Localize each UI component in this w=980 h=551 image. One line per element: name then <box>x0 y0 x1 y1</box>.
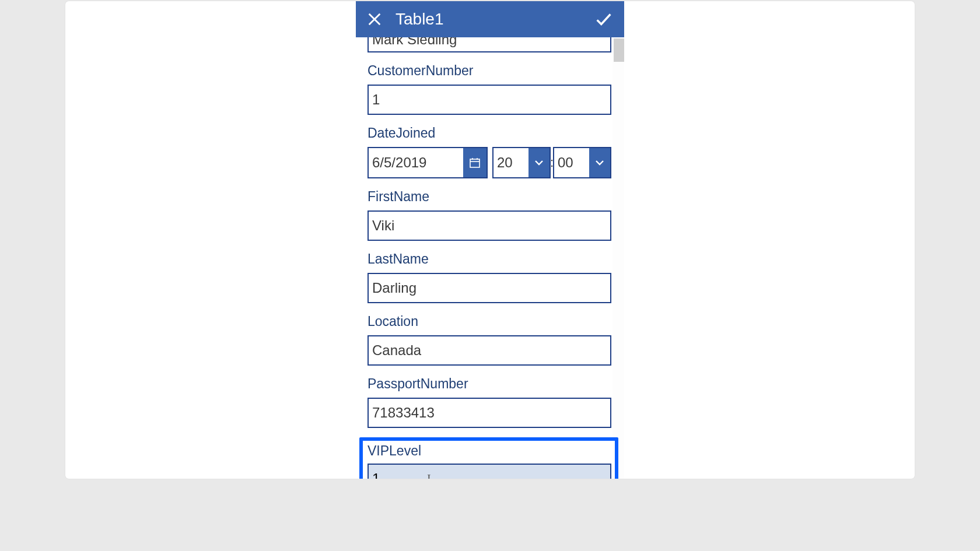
date-value: 6/5/2019 <box>369 148 463 177</box>
minute-value: 00 <box>554 148 589 177</box>
passport-number-label: PassportNumber <box>368 376 612 392</box>
first-name-input[interactable] <box>368 210 611 241</box>
hour-value: 20 <box>494 148 528 177</box>
close-button[interactable] <box>366 11 383 27</box>
stage: Table1 CustomerNumber <box>65 1 915 479</box>
minute-dropdown-button[interactable] <box>589 148 610 177</box>
customer-number-label: CustomerNumber <box>368 63 612 79</box>
last-name-label: LastName <box>368 251 612 267</box>
close-icon <box>366 11 383 27</box>
form-body: CustomerNumber DateJoined 6/5/2019 <box>356 37 624 479</box>
svg-rect-2 <box>470 159 480 167</box>
form: CustomerNumber DateJoined 6/5/2019 <box>356 37 624 479</box>
date-picker-button[interactable] <box>463 148 487 177</box>
hour-picker[interactable]: 20 <box>492 147 551 178</box>
first-name-field[interactable] <box>372 217 607 234</box>
top-cut-field[interactable] <box>372 37 607 48</box>
check-icon <box>594 9 614 29</box>
vip-level-input[interactable]: I <box>368 464 611 479</box>
hour-dropdown-button[interactable] <box>528 148 550 177</box>
top-cut-input[interactable] <box>368 37 611 52</box>
customer-number-field[interactable] <box>372 92 607 108</box>
title-bar: Table1 <box>356 1 624 37</box>
form-screen: Table1 CustomerNumber <box>356 1 624 479</box>
location-label: Location <box>368 314 612 329</box>
first-name-label: FirstName <box>368 189 612 205</box>
last-name-input[interactable] <box>368 273 611 303</box>
chevron-down-icon <box>533 157 545 169</box>
date-picker[interactable]: 6/5/2019 <box>368 147 488 178</box>
location-field[interactable] <box>372 342 607 359</box>
passport-number-field[interactable] <box>372 405 607 421</box>
date-joined-label: DateJoined <box>368 125 612 141</box>
vip-level-field[interactable] <box>372 471 407 479</box>
vip-level-label: VIPLevel <box>368 443 610 459</box>
location-input[interactable] <box>368 335 611 366</box>
calendar-icon <box>469 157 481 169</box>
passport-number-input[interactable] <box>368 398 611 428</box>
minute-picker[interactable]: 00 <box>553 147 611 178</box>
chevron-down-icon <box>594 157 606 169</box>
screen-title: Table1 <box>396 10 594 29</box>
date-joined-row: 6/5/2019 20 <box>368 147 611 178</box>
vip-level-highlight: VIPLevel I <box>359 437 618 479</box>
confirm-button[interactable] <box>594 9 614 29</box>
customer-number-input[interactable] <box>368 85 611 115</box>
text-cursor-icon: I <box>427 472 431 479</box>
last-name-field[interactable] <box>372 280 607 296</box>
